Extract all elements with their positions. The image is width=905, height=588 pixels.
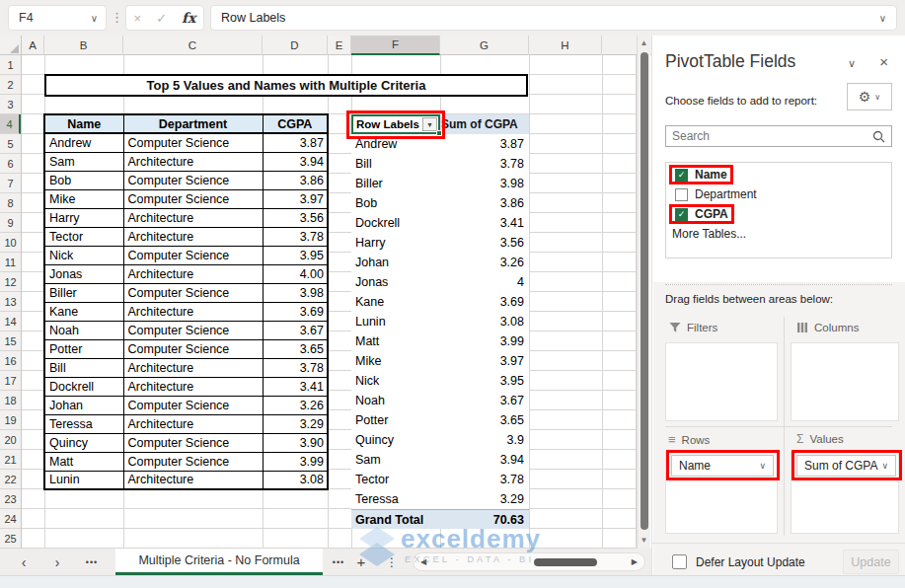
sheet-grid[interactable]: Top 5 Values and Names with Multiple Cri…	[22, 55, 637, 549]
row-header-25[interactable]: 25	[0, 529, 21, 549]
field-checkbox-name[interactable]: ✓	[675, 169, 688, 182]
data-table-cell[interactable]: 3.29	[263, 414, 328, 433]
data-table-cell[interactable]: 3.69	[263, 302, 328, 321]
row-header-11[interactable]: 11	[0, 253, 21, 272]
pivot-row-value[interactable]: 3.56	[440, 233, 529, 253]
data-table-cell[interactable]: Nick	[44, 246, 123, 264]
pivot-row-value[interactable]: 3.98	[440, 174, 529, 193]
field-item-department[interactable]: Department	[666, 184, 891, 204]
row-header-14[interactable]: 14	[0, 312, 21, 331]
field-search-box[interactable]	[665, 125, 892, 147]
data-table-cell[interactable]: Johan	[44, 396, 123, 414]
row-header-16[interactable]: 16	[0, 351, 21, 371]
horizontal-scrollbar[interactable]: ◀ ▶	[413, 552, 645, 571]
name-box-splitter-icon[interactable]: ⋮	[111, 6, 123, 30]
row-header-18[interactable]: 18	[0, 391, 21, 410]
vertical-scrollbar-thumb[interactable]	[641, 52, 648, 530]
data-table-cell[interactable]: 3.95	[263, 246, 328, 264]
pivot-row-label[interactable]: Potter	[351, 410, 440, 430]
data-table-cell[interactable]: Computer Science	[123, 246, 263, 264]
pivot-row-value[interactable]: 3.26	[440, 253, 529, 272]
pivot-row-label[interactable]: Harry	[351, 233, 440, 253]
data-table-cell[interactable]: 3.08	[263, 471, 328, 489]
pivot-row-value[interactable]: 3.97	[440, 351, 529, 371]
column-header-A[interactable]: A	[22, 36, 44, 55]
row-header-19[interactable]: 19	[0, 410, 21, 430]
pivot-row-label[interactable]: Tector	[351, 470, 440, 489]
data-table-cell[interactable]: Architecture	[123, 358, 263, 377]
enter-icon[interactable]: ✓	[156, 11, 167, 26]
pivot-row-label[interactable]: Lunin	[351, 312, 440, 331]
column-header-D[interactable]: D	[263, 36, 328, 55]
column-header-H[interactable]: H	[529, 36, 602, 55]
data-table-cell[interactable]: 3.67	[263, 321, 328, 339]
data-table-cell[interactable]: Biller	[44, 283, 123, 302]
column-header-E[interactable]: E	[328, 36, 351, 55]
data-table-header-department[interactable]: Department	[123, 114, 263, 133]
row-header-7[interactable]: 7	[0, 174, 21, 193]
row-header-15[interactable]: 15	[0, 331, 21, 351]
pivot-row-value[interactable]: 4	[440, 272, 529, 292]
pivot-row-labels-cell[interactable]: Row Labels ▼	[351, 114, 440, 134]
data-table-cell[interactable]: 3.56	[263, 208, 328, 227]
prev-sheet-icon[interactable]: ‹	[14, 549, 34, 575]
data-table-cell[interactable]: 3.98	[263, 283, 328, 302]
data-table-cell[interactable]: Architecture	[123, 471, 263, 489]
pivot-row-label[interactable]: Jonas	[351, 272, 440, 292]
data-table-cell[interactable]: Computer Science	[123, 396, 263, 414]
data-table-cell[interactable]: 4.00	[263, 264, 328, 283]
tools-button[interactable]: ⚙ ∨	[847, 83, 892, 110]
pivot-row-value[interactable]: 3.29	[440, 489, 529, 509]
column-header-G[interactable]: G	[440, 36, 529, 55]
data-table-cell[interactable]: Computer Science	[123, 452, 263, 471]
sheet-title-cell[interactable]: Top 5 Values and Names with Multiple Cri…	[44, 74, 528, 97]
data-table-cell[interactable]: Bill	[44, 358, 123, 377]
data-table-header-name[interactable]: Name	[44, 114, 123, 133]
data-table-cell[interactable]: Mike	[44, 189, 123, 208]
data-table-cell[interactable]: Computer Science	[123, 189, 263, 208]
pivot-row-value[interactable]: 3.86	[440, 193, 529, 213]
column-header-C[interactable]: C	[123, 36, 263, 55]
row-header-3[interactable]: 3	[0, 95, 21, 114]
data-table-cell[interactable]: 3.94	[263, 152, 328, 171]
values-field-chip[interactable]: Sum of CGPA∨	[796, 455, 896, 477]
field-checkbox-cgpa[interactable]: ✓	[675, 208, 688, 221]
new-sheet-icon[interactable]: +	[351, 549, 371, 575]
cancel-icon[interactable]: ×	[134, 11, 142, 26]
data-table-cell[interactable]: Computer Science	[123, 433, 263, 452]
data-table-cell[interactable]: 3.78	[263, 358, 328, 377]
data-table-cell[interactable]: Dockrell	[44, 377, 123, 396]
more-sheets-icon[interactable]: •••	[326, 549, 351, 575]
scroll-up-icon[interactable]: ▲	[638, 38, 650, 47]
data-table-cell[interactable]: Architecture	[123, 414, 263, 433]
data-table-cell[interactable]: 3.87	[263, 133, 328, 152]
data-table-cell[interactable]: 3.86	[263, 171, 328, 189]
data-table-cell[interactable]: Bob	[44, 171, 123, 189]
data-table-cell[interactable]: Lunin	[44, 471, 123, 489]
data-table-cell[interactable]: Noah	[44, 321, 123, 339]
data-table-cell[interactable]: Jonas	[44, 264, 123, 283]
data-table-cell[interactable]: 3.41	[263, 377, 328, 396]
insert-function-icon[interactable]: fx	[182, 10, 195, 26]
pivot-row-value[interactable]: 3.41	[440, 213, 529, 233]
pivot-row-label[interactable]: Johan	[351, 253, 440, 272]
formula-bar[interactable]: Row Labels ∨	[210, 5, 897, 31]
pivot-row-label[interactable]: Nick	[351, 371, 440, 391]
active-sheet-tab[interactable]: Multiple Criteria - No Formula	[115, 549, 323, 575]
data-table-cell[interactable]: Computer Science	[123, 283, 263, 302]
selection-fill-handle[interactable]	[436, 130, 442, 136]
pivot-row-label[interactable]: Noah	[351, 391, 440, 410]
pivot-row-label[interactable]: Sam	[351, 450, 440, 470]
all-sheets-icon[interactable]: •••	[79, 549, 105, 575]
tab-options-icon[interactable]: ⋮	[385, 549, 399, 575]
data-table-cell[interactable]: Computer Science	[123, 133, 263, 152]
row-header-17[interactable]: 17	[0, 371, 21, 391]
update-button[interactable]: Update	[843, 550, 899, 574]
pivot-row-label[interactable]: Bill	[351, 154, 440, 174]
field-item-name[interactable]: ✓Name	[666, 165, 891, 184]
more-tables-link[interactable]: More Tables...	[666, 224, 891, 241]
pivot-row-label[interactable]: Mike	[351, 351, 440, 371]
scroll-down-icon[interactable]: ▼	[638, 536, 650, 545]
pivot-row-value[interactable]: 3.08	[440, 312, 529, 331]
row-header-1[interactable]: 1	[0, 55, 21, 75]
